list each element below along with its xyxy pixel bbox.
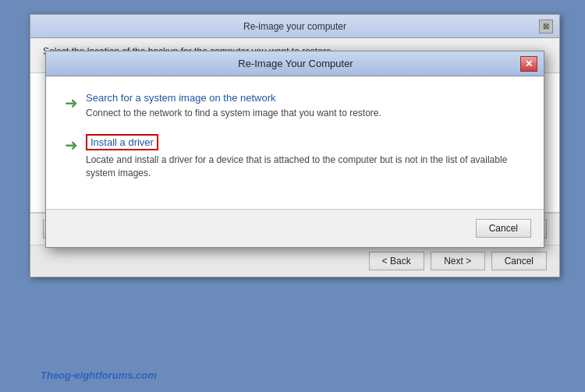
option1-label[interactable]: Search for a system image on the network: [86, 92, 381, 104]
option1-text: Search for a system image on the network…: [86, 92, 381, 120]
bg-window-title: Re-image your computer: [51, 21, 539, 32]
back-button[interactable]: < Back: [369, 252, 424, 270]
main-dialog: Re-Image Your Computer ✕ ➜ Search for a …: [45, 51, 544, 248]
main-body: ➜ Search for a system image on the netwo…: [46, 76, 544, 209]
option2-row: ➜ Install a driver Locate and install a …: [65, 134, 525, 180]
option1-row: ➜ Search for a system image on the netwo…: [65, 92, 525, 120]
bg-titlebar: Re-image your computer ⊠: [30, 15, 559, 38]
bg-nav-footer: < Back Next > Cancel: [30, 245, 559, 277]
main-close-button[interactable]: ✕: [520, 56, 537, 72]
option2-text: Install a driver Locate and install a dr…: [86, 134, 525, 180]
main-dialog-title: Re-Image Your Computer: [71, 58, 520, 69]
bg-close-button[interactable]: ⊠: [539, 19, 553, 34]
option2-description: Locate and install a driver for a device…: [86, 154, 525, 180]
main-footer: Cancel: [46, 209, 544, 247]
option2-arrow-icon: ➜: [65, 136, 78, 154]
bg-cancel-button[interactable]: Cancel: [491, 252, 547, 270]
option1-description: Connect to the network to find a system …: [86, 107, 381, 120]
main-cancel-button[interactable]: Cancel: [476, 219, 531, 238]
next-button[interactable]: Next >: [431, 252, 485, 270]
option2-label[interactable]: Install a driver: [86, 134, 525, 150]
main-titlebar: Re-Image Your Computer ✕: [46, 51, 544, 76]
install-driver-link[interactable]: Install a driver: [86, 134, 158, 150]
option1-arrow-icon: ➜: [65, 94, 78, 112]
watermark: Theog-eightforums.com: [41, 369, 157, 381]
